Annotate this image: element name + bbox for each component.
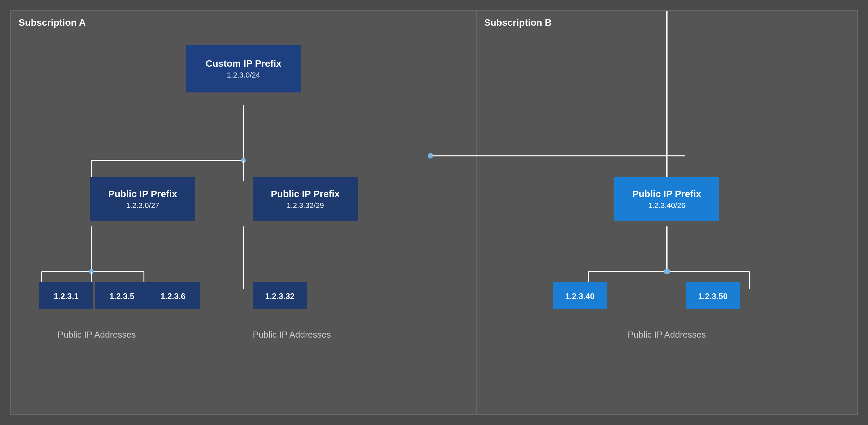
subscription-b-panel: Subscription B Public IP Prefix 1.2.3.40… <box>476 10 858 415</box>
ip-1-3: 1.2.3.6 <box>161 292 185 301</box>
prefix-b-title: Public IP Prefix <box>632 188 701 200</box>
ip-2-1: 1.2.3.32 <box>265 292 295 301</box>
svg-point-15 <box>664 269 670 274</box>
ip-box-2-1: 1.2.3.32 <box>253 282 307 309</box>
svg-point-7 <box>89 269 94 274</box>
public-ip-prefix-1-box: Public IP Prefix 1.2.3.0/27 <box>90 177 195 221</box>
prefix2-title: Public IP Prefix <box>271 188 340 200</box>
prefix1-title: Public IP Prefix <box>108 188 177 200</box>
ip-label-prefix1: Public IP Addresses <box>58 330 136 340</box>
ip-box-1-3: 1.2.3.6 <box>146 282 200 309</box>
public-ip-prefix-b-box: Public IP Prefix 1.2.3.40/26 <box>614 177 719 221</box>
ip-b-2: 1.2.3.50 <box>698 292 728 301</box>
svg-point-2 <box>241 158 246 163</box>
outer-container: Subscription A C <box>0 0 868 425</box>
prefix2-subtitle: 1.2.3.32/29 <box>287 201 324 210</box>
custom-ip-prefix-box: Custom IP Prefix 1.2.3.0/24 <box>186 45 301 92</box>
subscription-a-label: Subscription A <box>19 17 86 28</box>
subscription-b-label: Subscription B <box>484 17 552 28</box>
ip-1-1: 1.2.3.1 <box>54 292 79 301</box>
prefix-b-subtitle: 1.2.3.40/26 <box>648 201 685 210</box>
ip-1-2: 1.2.3.5 <box>109 292 134 301</box>
custom-prefix-subtitle: 1.2.3.0/24 <box>227 71 260 80</box>
prefix1-subtitle: 1.2.3.0/27 <box>126 201 159 210</box>
ip-box-b-1: 1.2.3.40 <box>553 282 607 309</box>
ip-label-prefix-b: Public IP Addresses <box>628 330 706 340</box>
ip-box-1-1: 1.2.3.1 <box>39 282 93 309</box>
ip-box-b-2: 1.2.3.50 <box>686 282 740 309</box>
ip-b-1: 1.2.3.40 <box>565 292 595 301</box>
subscription-a-panel: Subscription A C <box>10 10 476 415</box>
ip-box-1-2: 1.2.3.5 <box>95 282 149 309</box>
public-ip-prefix-2-box: Public IP Prefix 1.2.3.32/29 <box>253 177 358 221</box>
ip-label-prefix2: Public IP Addresses <box>253 330 331 340</box>
custom-prefix-title: Custom IP Prefix <box>206 58 282 69</box>
